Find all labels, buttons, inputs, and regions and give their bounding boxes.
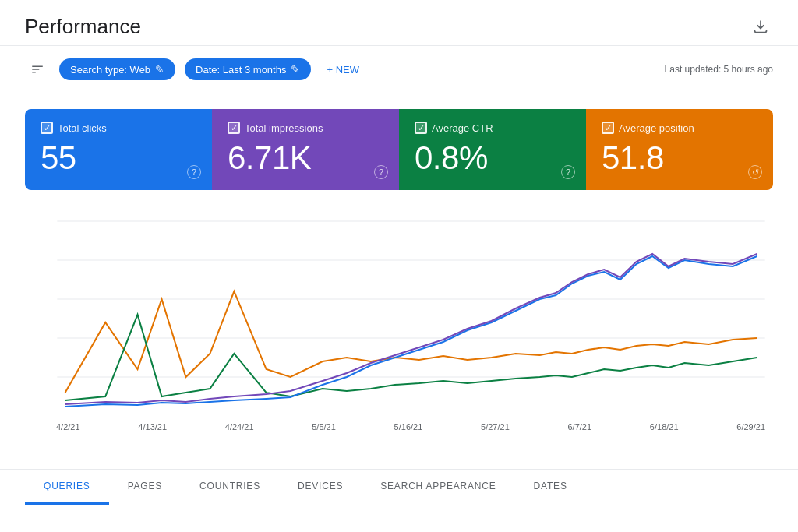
metric-card-impressions[interactable]: ✓ Total impressions 6.71K ? (212, 109, 399, 190)
clicks-help-icon[interactable]: ? (187, 165, 201, 179)
impressions-value: 6.71K (228, 140, 383, 176)
position-label: Average position (619, 122, 694, 134)
ctr-label: Average CTR (432, 122, 493, 134)
impressions-label: Total impressions (245, 122, 323, 134)
ctr-checkbox[interactable]: ✓ (415, 122, 427, 134)
date-label-5: 5/16/21 (394, 422, 423, 432)
performance-chart (25, 213, 773, 416)
page-title: Performance (25, 15, 141, 39)
filter-icon-button[interactable] (25, 57, 50, 82)
last-updated-text: Last updated: 5 hours ago (665, 64, 773, 75)
impressions-help-icon[interactable]: ? (374, 165, 388, 179)
date-label-1: 4/2/21 (56, 422, 80, 432)
page-wrapper: Performance Search type: Web ✎ Date: Las… (0, 0, 798, 532)
position-checkbox[interactable]: ✓ (602, 122, 614, 134)
toolbar: Search type: Web ✎ Date: Last 3 months ✎… (0, 46, 798, 93)
edit-icon: ✎ (291, 63, 300, 76)
date-label-3: 4/24/21 (225, 422, 254, 432)
tab-devices[interactable]: DEVICES (279, 470, 362, 505)
ctr-value: 0.8% (415, 140, 570, 176)
edit-icon: ✎ (155, 63, 164, 76)
tab-queries[interactable]: QUERIES (25, 470, 109, 505)
metric-card-clicks[interactable]: ✓ Total clicks 55 ? (25, 109, 212, 190)
impressions-checkbox[interactable]: ✓ (228, 122, 240, 134)
date-label-8: 6/18/21 (650, 422, 679, 432)
search-type-label: Search type: Web (70, 64, 150, 76)
date-label-6: 5/27/21 (481, 422, 510, 432)
metric-card-position[interactable]: ✓ Average position 51.8 ↺ (586, 109, 773, 190)
header: Performance (0, 0, 798, 46)
bottom-tabs: QUERIES PAGES COUNTRIES DEVICES SEARCH A… (0, 469, 798, 505)
metrics-row: ✓ Total clicks 55 ? ✓ Total impressions … (25, 109, 773, 190)
chart-area: 4/2/21 4/13/21 4/24/21 5/5/21 5/16/21 5/… (25, 206, 773, 463)
position-help-icon[interactable]: ↺ (748, 165, 762, 179)
tab-search-appearance[interactable]: SEARCH APPEARANCE (362, 470, 514, 505)
clicks-checkbox[interactable]: ✓ (41, 122, 53, 134)
tab-dates[interactable]: DATES (515, 470, 586, 505)
download-button[interactable] (748, 14, 773, 39)
date-label-9: 6/29/21 (736, 422, 765, 432)
date-labels: 4/2/21 4/13/21 4/24/21 5/5/21 5/16/21 5/… (25, 419, 773, 432)
date-chip[interactable]: Date: Last 3 months ✎ (185, 58, 311, 80)
new-button-label: + NEW (327, 64, 359, 76)
tab-countries[interactable]: COUNTRIES (181, 470, 279, 505)
new-button[interactable]: + NEW (320, 59, 365, 80)
date-label-2: 4/13/21 (138, 422, 167, 432)
position-value: 51.8 (602, 140, 757, 176)
clicks-label: Total clicks (58, 122, 107, 134)
tab-pages[interactable]: PAGES (109, 470, 181, 505)
clicks-value: 55 (41, 140, 196, 176)
ctr-help-icon[interactable]: ? (561, 165, 575, 179)
date-label: Date: Last 3 months (196, 64, 286, 76)
search-type-chip[interactable]: Search type: Web ✎ (59, 58, 175, 80)
date-label-7: 6/7/21 (568, 422, 592, 432)
date-label-4: 5/5/21 (312, 422, 336, 432)
metric-card-ctr[interactable]: ✓ Average CTR 0.8% ? (399, 109, 586, 190)
